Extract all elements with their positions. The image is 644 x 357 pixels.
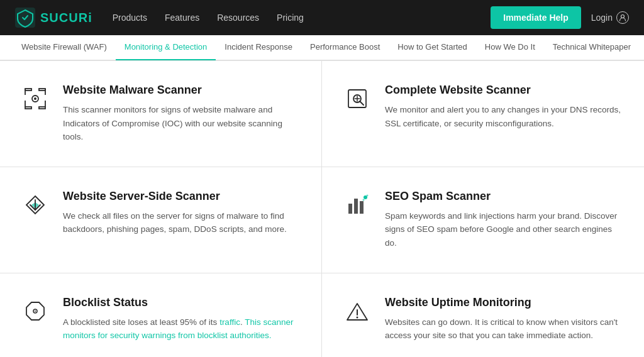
- user-icon: [616, 11, 629, 24]
- scan-icon: [20, 84, 50, 114]
- search-scan-icon: [342, 84, 372, 114]
- stop-icon: [20, 296, 50, 326]
- svg-point-27: [357, 316, 358, 318]
- svg-rect-18: [348, 204, 352, 214]
- nav-features[interactable]: Features: [165, 13, 199, 23]
- malware-scanner-cell: Website Malware Scanner This scanner mon…: [0, 61, 322, 167]
- server-scanner-desc: We check all files on the server for sig…: [63, 209, 301, 236]
- svg-line-14: [360, 101, 364, 105]
- sucuri-logo-icon: [15, 8, 35, 28]
- uptime-desc: Websites can go down. It is critical to …: [385, 316, 624, 343]
- blocklist-title: Blocklist Status: [63, 296, 301, 309]
- triangle-alert-icon: [342, 296, 372, 326]
- server-scanner-cell: Website Server-Side Scanner We check all…: [0, 167, 322, 273]
- complete-scanner-text: Complete Website Scanner We monitor and …: [385, 84, 624, 130]
- logo-text: SUCURi: [40, 11, 92, 25]
- malware-scanner-desc: This scanner monitors for signs of websi…: [63, 103, 301, 144]
- subnav-whitepaper[interactable]: Technical Whitepaper: [544, 35, 640, 60]
- svg-rect-19: [354, 199, 358, 214]
- subnav-how-we-do[interactable]: How We Do It: [476, 35, 544, 60]
- login-label: Login: [591, 13, 613, 23]
- uptime-cell: Website Uptime Monitoring Websites can g…: [322, 273, 644, 357]
- svg-rect-3: [25, 107, 31, 109]
- svg-point-22: [363, 199, 365, 200]
- seo-scanner-cell: SEO Spam Scanner Spam keywords and link …: [322, 167, 644, 273]
- svg-rect-5: [39, 107, 45, 109]
- uptime-text: Website Uptime Monitoring Websites can g…: [385, 296, 624, 343]
- nav-links: Products Features Resources Pricing: [113, 13, 471, 23]
- blocklist-text: Blocklist Status A blocklisted site lose…: [63, 296, 301, 343]
- svg-rect-4: [39, 89, 45, 91]
- complete-scanner-title: Complete Website Scanner: [385, 84, 624, 97]
- complete-scanner-desc: We monitor and alert you to any changes …: [385, 103, 624, 130]
- server-scanner-title: Website Server-Side Scanner: [63, 190, 301, 203]
- uptime-title: Website Uptime Monitoring: [385, 296, 624, 309]
- blocklist-scanner-link[interactable]: This scanner monitors for security warni…: [63, 317, 293, 341]
- nav-pricing[interactable]: Pricing: [277, 13, 304, 23]
- subnav-performance[interactable]: Performance Boost: [301, 35, 389, 60]
- seo-scanner-desc: Spam keywords and link injections harm y…: [385, 209, 624, 250]
- blocklist-cell: Blocklist Status A blocklisted site lose…: [0, 273, 322, 357]
- malware-scanner-text: Website Malware Scanner This scanner mon…: [63, 84, 301, 144]
- svg-point-23: [367, 194, 369, 196]
- subnav-waf[interactable]: Website Firewall (WAF): [13, 35, 116, 60]
- login-link[interactable]: Login: [591, 11, 629, 24]
- immediate-help-button[interactable]: Immediate Help: [491, 6, 580, 29]
- diamond-down-icon: [20, 190, 50, 220]
- content-grid: Website Malware Scanner This scanner mon…: [0, 60, 644, 357]
- svg-rect-20: [360, 201, 364, 214]
- blocklist-desc: A blocklisted site loses at least 95% of…: [63, 316, 301, 343]
- svg-point-1: [621, 15, 625, 18]
- complete-scanner-cell: Complete Website Scanner We monitor and …: [322, 61, 644, 167]
- subnav-incident[interactable]: Incident Response: [216, 35, 301, 60]
- subnav-get-started[interactable]: How to Get Started: [389, 35, 476, 60]
- svg-point-11: [34, 97, 36, 100]
- logo[interactable]: SUCURi: [15, 8, 92, 28]
- nav-resources[interactable]: Resources: [217, 13, 259, 23]
- server-scanner-text: Website Server-Side Scanner We check all…: [63, 190, 301, 236]
- seo-scanner-title: SEO Spam Scanner: [385, 190, 624, 203]
- subnav: Website Firewall (WAF) Monitoring & Dete…: [0, 35, 644, 60]
- seo-scanner-text: SEO Spam Scanner Spam keywords and link …: [385, 190, 624, 250]
- nav-products[interactable]: Products: [113, 13, 147, 23]
- malware-scanner-title: Website Malware Scanner: [63, 84, 301, 97]
- blocklist-traffic-link[interactable]: traffic: [219, 317, 240, 327]
- navbar-right: Immediate Help Login: [491, 6, 629, 29]
- svg-point-25: [35, 310, 36, 312]
- bar-chart-icon: [342, 190, 372, 220]
- svg-rect-2: [25, 89, 31, 91]
- navbar: SUCURi Products Features Resources Prici…: [0, 0, 644, 35]
- subnav-monitoring[interactable]: Monitoring & Detection: [116, 35, 216, 60]
